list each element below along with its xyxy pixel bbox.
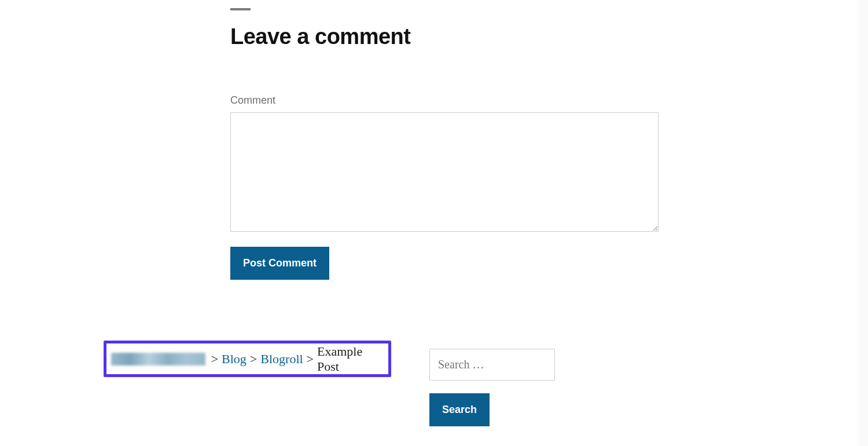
post-comment-button[interactable]: Post Comment	[230, 247, 329, 280]
breadcrumb-home-redacted[interactable]	[111, 353, 205, 365]
comment-field-label: Comment	[230, 94, 659, 107]
search-input[interactable]	[429, 349, 555, 381]
breadcrumb-link-blogroll[interactable]: Blogroll	[260, 352, 303, 367]
comment-form-section: Leave a comment Comment Post Comment	[230, 0, 659, 280]
breadcrumb-current: Example Post	[317, 344, 384, 374]
breadcrumb-separator: >	[250, 352, 257, 367]
breadcrumb-separator: >	[307, 352, 314, 367]
divider	[230, 8, 251, 10]
scrollbar-track[interactable]	[859, 0, 868, 446]
breadcrumb: > Blog > Blogroll > Example Post	[104, 341, 391, 377]
search-button[interactable]: Search	[429, 393, 490, 426]
breadcrumb-link-blog[interactable]: Blog	[222, 352, 247, 367]
breadcrumb-separator: >	[211, 352, 218, 367]
leave-comment-heading: Leave a comment	[230, 24, 659, 49]
search-widget: Search	[429, 349, 555, 426]
comment-textarea[interactable]	[230, 112, 659, 232]
